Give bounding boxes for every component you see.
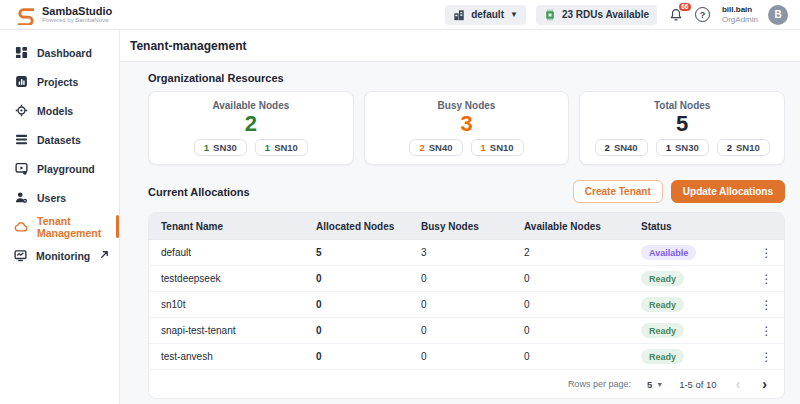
cell-busy-nodes: 0 [421, 299, 524, 310]
node-chip-label: SN30 [213, 142, 237, 153]
node-chip-label: SN10 [736, 142, 760, 153]
sidebar-item-monitoring[interactable]: Monitoring [0, 241, 119, 270]
create-tenant-button[interactable]: Create Tenant [573, 180, 663, 203]
row-actions-menu-button[interactable]: ⋮ [757, 299, 777, 311]
node-chip: 1 SN10 [255, 139, 308, 156]
question-mark-icon: ? [700, 10, 706, 20]
user-info: bill.bain OrgAdmin [722, 5, 758, 25]
previous-page-button[interactable]: ‹ [733, 377, 744, 391]
pagination-range: 1-5 of 10 [679, 379, 717, 390]
node-chip-label: SN10 [490, 142, 514, 153]
rdu-available-badge[interactable]: 23 RDUs Available [536, 5, 657, 25]
cell-tenant-name: testdeepseek [149, 273, 316, 284]
sidebar-item-users[interactable]: Users [0, 183, 119, 212]
node-chip-count: 1 [265, 142, 270, 153]
app-title: SambaStudio [42, 6, 112, 18]
row-actions-menu-button[interactable]: ⋮ [757, 351, 777, 363]
top-bar: SambaStudio Powered by SambaNova default… [0, 0, 800, 30]
node-chip-count: 2 [419, 142, 424, 153]
rows-per-page-select[interactable]: 5 ▼ [647, 379, 663, 390]
column-header-allocated-nodes: Allocated Nodes [316, 221, 421, 232]
sidebar-item-playground[interactable]: Playground [0, 154, 119, 183]
sidebar: Dashboard Projects Models Datasets Playg… [0, 30, 120, 404]
user-name: bill.bain [722, 5, 758, 15]
sidebar-item-tenant-management[interactable]: Tenant Management [0, 212, 119, 241]
card-title: Total Nodes [654, 100, 710, 111]
column-header-tenant-name: Tenant Name [149, 221, 316, 232]
node-chips: 2 SN40 1 SN30 2 SN10 [595, 139, 770, 156]
row-actions-menu-button[interactable]: ⋮ [757, 325, 777, 337]
sidebar-item-label: Playground [37, 163, 95, 175]
avatar[interactable]: B [768, 5, 788, 25]
cell-available-nodes: 0 [524, 351, 641, 362]
table-row-test-anvesh[interactable]: test-anvesh 0 0 0 Ready ⋮ [149, 344, 784, 370]
row-actions-menu-button[interactable]: ⋮ [757, 247, 777, 259]
node-chips: 2 SN40 1 SN10 [409, 139, 523, 156]
users-icon [14, 191, 28, 205]
card-available-nodes: Available Nodes 2 1 SN30 1 SN10 [148, 91, 354, 165]
row-actions-menu-button[interactable]: ⋮ [757, 273, 777, 285]
node-chips: 1 SN30 1 SN10 [194, 139, 308, 156]
chevron-down-icon: ▼ [510, 10, 518, 19]
card-title: Busy Nodes [438, 100, 496, 111]
sidebar-item-label: Datasets [37, 134, 81, 146]
sidebar-item-projects[interactable]: Projects [0, 67, 119, 96]
dashboard-icon [14, 46, 28, 60]
status-badge: Ready [641, 349, 684, 364]
column-header-busy-nodes: Busy Nodes [421, 221, 524, 232]
notifications-button[interactable]: 66 [667, 6, 685, 24]
page-title: Tenant-management [120, 30, 800, 62]
node-chip: 1 SN10 [471, 139, 524, 156]
app-subtitle: Powered by SambaNova [42, 17, 112, 23]
node-chip-count: 2 [605, 142, 610, 153]
node-chip-count: 1 [204, 142, 209, 153]
chevron-down-icon: ▼ [656, 381, 663, 388]
tenant-management-icon [14, 220, 28, 234]
sidebar-item-dashboard[interactable]: Dashboard [0, 38, 119, 67]
resource-cards: Available Nodes 2 1 SN30 1 SN10 Busy Nod… [148, 91, 785, 165]
organization-icon [453, 9, 465, 21]
sambanova-logo-icon [16, 5, 36, 25]
allocations-table: Tenant NameAllocated NodesBusy NodesAvai… [148, 212, 785, 399]
app-logo: SambaStudio Powered by SambaNova [16, 5, 112, 25]
node-chip: 1 SN30 [194, 139, 247, 156]
organizational-resources-heading: Organizational Resources [148, 72, 785, 84]
rdu-chip-icon [544, 9, 556, 21]
playground-icon [14, 162, 28, 176]
pagination: Rows per page: 5 ▼ 1-5 of 10 ‹ › [149, 370, 784, 398]
table-row-default[interactable]: default 5 3 2 Available ⋮ [149, 240, 784, 266]
models-icon [14, 104, 28, 118]
external-link-icon [99, 249, 110, 262]
table-row-testdeepseek[interactable]: testdeepseek 0 0 0 Ready ⋮ [149, 266, 784, 292]
monitoring-icon [14, 249, 27, 263]
cell-allocated-nodes: 5 [316, 247, 421, 258]
sidebar-item-datasets[interactable]: Datasets [0, 125, 119, 154]
rows-per-page-label: Rows per page: [568, 379, 631, 389]
cell-allocated-nodes: 0 [316, 299, 421, 310]
sidebar-item-label: Monitoring [36, 250, 90, 262]
cell-available-nodes: 0 [524, 299, 641, 310]
status-badge: Ready [641, 297, 684, 312]
sidebar-item-models[interactable]: Models [0, 96, 119, 125]
node-chip-label: SN40 [614, 142, 638, 153]
card-total-nodes: Total Nodes 5 2 SN40 1 SN30 2 SN10 [579, 91, 785, 165]
user-role: OrgAdmin [722, 15, 758, 25]
org-selector-dropdown[interactable]: default ▼ [445, 5, 526, 25]
sidebar-item-label: Tenant Management [37, 215, 109, 239]
table-header-row: Tenant NameAllocated NodesBusy NodesAvai… [149, 213, 784, 240]
table-row-sn10t[interactable]: sn10t 0 0 0 Ready ⋮ [149, 292, 784, 318]
help-button[interactable]: ? [695, 7, 710, 22]
cell-available-nodes: 0 [524, 325, 641, 336]
org-selector-value: default [471, 9, 504, 20]
cell-tenant-name: default [149, 247, 316, 258]
table-row-snapi-test-tenant[interactable]: snapi-test-tenant 0 0 0 Ready ⋮ [149, 318, 784, 344]
card-value: 3 [460, 111, 472, 136]
node-chip-label: SN10 [274, 142, 298, 153]
cell-available-nodes: 2 [524, 247, 641, 258]
sidebar-item-label: Projects [37, 76, 78, 88]
node-chip: 2 SN10 [717, 139, 770, 156]
update-allocations-button[interactable]: Update Allocations [671, 180, 785, 203]
node-chip: 2 SN40 [409, 139, 462, 156]
node-chip-count: 1 [666, 142, 671, 153]
next-page-button[interactable]: › [759, 377, 770, 391]
